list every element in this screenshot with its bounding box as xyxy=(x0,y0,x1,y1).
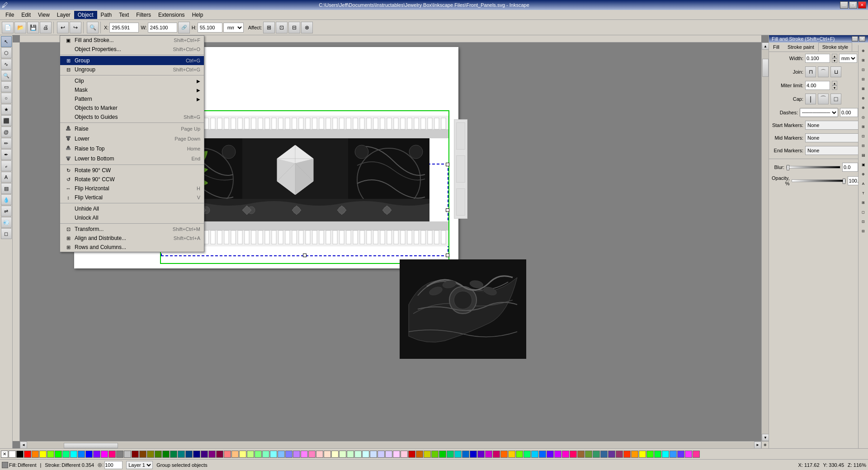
blur-input[interactable] xyxy=(842,163,858,172)
color-swatch-34[interactable] xyxy=(270,451,277,458)
circle-tool[interactable]: ○ xyxy=(1,93,12,103)
undo-button[interactable]: ↩ xyxy=(57,22,69,33)
color-swatch-84[interactable] xyxy=(654,451,661,458)
miter-limit-up-button[interactable]: ▲ xyxy=(832,81,837,85)
tab-stroke-paint[interactable]: Stroke paint xyxy=(783,42,818,52)
zoom-input[interactable] xyxy=(104,461,123,469)
snap-btn-1[interactable]: ⊕ xyxy=(859,46,868,55)
close-button[interactable]: ✕ xyxy=(858,1,866,9)
snap-btn-15[interactable]: A xyxy=(859,179,868,188)
color-swatch-28[interactable] xyxy=(224,451,231,458)
color-swatch-78[interactable] xyxy=(608,451,615,458)
color-swatch-6[interactable] xyxy=(55,451,62,458)
menu-item-raise-to-top[interactable]: Raise to Top Home xyxy=(60,144,204,154)
snap-btn-8[interactable]: ◎ xyxy=(859,113,868,122)
start-markers-select[interactable]: None xyxy=(805,121,865,130)
color-swatch-50[interactable] xyxy=(393,451,400,458)
pencil-tool[interactable]: ✏ xyxy=(1,138,12,149)
no-color-swatch[interactable]: ✕ xyxy=(1,451,8,458)
color-swatch-13[interactable] xyxy=(108,451,116,458)
color-swatch-30[interactable] xyxy=(239,451,246,458)
w-input[interactable] xyxy=(148,23,177,33)
color-swatch-44[interactable] xyxy=(347,451,354,458)
color-swatch-61[interactable] xyxy=(477,451,485,458)
miter-limit-input[interactable] xyxy=(805,81,830,90)
menu-item-rotate-90-cw[interactable]: ↻ Rotate 90° CW xyxy=(60,166,204,175)
color-swatch-48[interactable] xyxy=(377,451,385,458)
layer-select[interactable]: Layer 1 xyxy=(126,461,153,469)
menu-item-flip-vertical[interactable]: ↕ Flip Vertical V xyxy=(60,193,204,202)
snap-btn-12[interactable]: ▤ xyxy=(859,150,868,160)
color-swatch-72[interactable] xyxy=(562,451,569,458)
menu-item-pattern[interactable]: Pattern ▶ xyxy=(60,94,204,103)
menu-filters[interactable]: Filters xyxy=(132,11,155,19)
blur-slider[interactable] xyxy=(786,166,840,169)
select-tool[interactable]: ↖ xyxy=(1,36,12,47)
open-button[interactable]: 📂 xyxy=(14,22,26,33)
star-tool[interactable]: ★ xyxy=(1,104,12,115)
color-swatch-63[interactable] xyxy=(493,451,500,458)
color-swatch-22[interactable] xyxy=(178,451,185,458)
color-swatch-81[interactable] xyxy=(631,451,638,458)
menu-item-objects-to-marker[interactable]: Objects to Marker xyxy=(60,103,204,113)
menu-edit[interactable]: Edit xyxy=(18,11,34,19)
snap-btn-10[interactable]: ⊡ xyxy=(859,132,868,141)
snap-btn-5[interactable]: ⊠ xyxy=(859,84,868,93)
snap-btn-2[interactable]: ⊞ xyxy=(859,56,868,65)
lock-ratio-button[interactable]: 🔗 xyxy=(178,22,190,33)
color-swatch-82[interactable] xyxy=(639,451,646,458)
color-swatch-83[interactable] xyxy=(646,451,654,458)
color-swatch-49[interactable] xyxy=(385,451,392,458)
cap-butt-button[interactable]: | xyxy=(805,94,816,104)
rect-tool[interactable]: ▭ xyxy=(1,81,12,92)
color-swatch-14[interactable] xyxy=(116,451,123,458)
snap-btn-16[interactable]: T xyxy=(859,188,868,197)
menu-item-lower[interactable]: Lower Page Down xyxy=(60,134,204,144)
color-swatch-16[interactable] xyxy=(132,451,139,458)
color-swatch-39[interactable] xyxy=(308,451,316,458)
color-swatch-43[interactable] xyxy=(339,451,346,458)
color-swatch-66[interactable] xyxy=(516,451,523,458)
gradient-tool[interactable]: ▤ xyxy=(1,183,12,194)
menu-item-transform[interactable]: ⊡ Transform... Shift+Ctrl+M xyxy=(60,225,204,234)
scroll-thumb-h[interactable] xyxy=(64,443,118,448)
color-swatch-86[interactable] xyxy=(670,451,677,458)
color-swatch-47[interactable] xyxy=(370,451,377,458)
cap-round-button[interactable]: ⌒ xyxy=(818,94,829,104)
color-swatch-88[interactable] xyxy=(685,451,692,458)
color-swatch-69[interactable] xyxy=(539,451,546,458)
pen-tool[interactable]: ✒ xyxy=(1,149,12,160)
color-swatch-18[interactable] xyxy=(147,451,154,458)
miter-limit-down-button[interactable]: ▼ xyxy=(832,85,837,90)
color-swatch-33[interactable] xyxy=(262,451,269,458)
unit-select[interactable]: mm px in xyxy=(223,23,244,33)
width-down-button[interactable]: ▼ xyxy=(832,58,837,63)
color-swatch-62[interactable] xyxy=(485,451,492,458)
restore-button[interactable]: ❐ xyxy=(849,1,857,9)
minimize-button[interactable]: — xyxy=(840,1,848,9)
affect-btn1[interactable]: ⊞ xyxy=(263,22,275,33)
color-swatch-59[interactable] xyxy=(462,451,469,458)
color-swatch-21[interactable] xyxy=(170,451,177,458)
tab-fill[interactable]: Fill xyxy=(769,42,783,52)
opacity-slider-area[interactable] xyxy=(792,179,846,182)
color-swatch-35[interactable] xyxy=(278,451,285,458)
color-swatch-38[interactable] xyxy=(301,451,308,458)
color-swatch-85[interactable] xyxy=(662,451,669,458)
join-round-button[interactable]: ⌒ xyxy=(818,66,829,77)
x-input[interactable] xyxy=(109,23,139,33)
snap-btn-17[interactable]: ⊞ xyxy=(859,198,868,207)
color-swatch-76[interactable] xyxy=(593,451,600,458)
redo-button[interactable]: ↪ xyxy=(70,22,81,33)
width-up-button[interactable]: ▲ xyxy=(832,54,837,58)
width-unit-select[interactable]: mm px xyxy=(839,54,857,63)
scroll-right-button[interactable]: ► xyxy=(754,442,761,449)
affect-btn4[interactable]: ⊗ xyxy=(301,22,313,33)
color-swatch-27[interactable] xyxy=(216,451,223,458)
color-swatch-54[interactable] xyxy=(424,451,431,458)
opacity-handle[interactable] xyxy=(843,179,845,184)
snap-btn-11[interactable]: ⊟ xyxy=(859,141,868,150)
color-swatch-58[interactable] xyxy=(454,451,462,458)
dashes-value-input[interactable] xyxy=(840,108,858,117)
cap-square-button[interactable]: □ xyxy=(830,94,841,104)
